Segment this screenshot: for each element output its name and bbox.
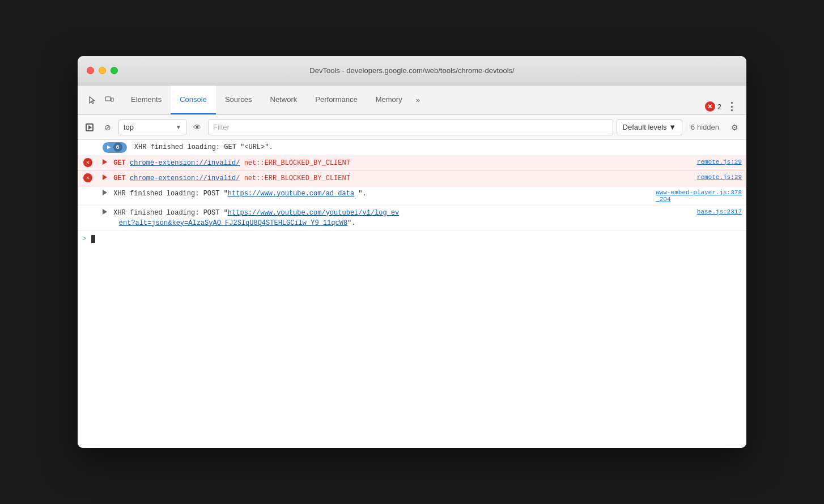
expand-icon[interactable] bbox=[103, 159, 107, 165]
url-link[interactable]: https://www.youtube.com/youtubei/v1/log_… bbox=[228, 209, 399, 217]
chevron-down-icon: ▼ bbox=[176, 124, 181, 130]
filter-input[interactable] bbox=[208, 119, 613, 135]
console-content: ▶ 6 XHR finished loading: GET "<URL>". ✕… bbox=[78, 140, 746, 448]
log-gutter: ✕ bbox=[78, 171, 98, 182]
log-gutter bbox=[78, 206, 98, 208]
play-icon bbox=[86, 123, 94, 131]
tab-performance[interactable]: Performance bbox=[306, 86, 366, 114]
more-tabs-button[interactable]: » bbox=[411, 86, 424, 114]
window-title: DevTools - developers.google.com/web/too… bbox=[309, 66, 514, 75]
traffic-lights bbox=[87, 67, 118, 74]
url-link[interactable]: chrome-extension://invalid/ bbox=[130, 174, 240, 182]
devtools-panel: Elements Console Sources Network Perform… bbox=[78, 86, 746, 448]
xhr-badge: ▶ 6 bbox=[103, 142, 127, 153]
tabs-bar: Elements Console Sources Network Perform… bbox=[78, 86, 746, 115]
svg-rect-0 bbox=[105, 97, 111, 101]
url-link[interactable]: https://www.youtube.com/ad_data bbox=[228, 190, 354, 198]
titlebar: DevTools - developers.google.com/web/too… bbox=[78, 56, 746, 86]
settings-button[interactable]: ⚙ bbox=[727, 120, 742, 135]
hidden-count: 6 hidden bbox=[686, 123, 724, 131]
log-entry-xhr-3: XHR finished loading: POST "https://www.… bbox=[78, 206, 746, 231]
log-source[interactable]: base.js:2317 bbox=[693, 206, 746, 217]
log-message: XHR finished loading: POST "https://www.… bbox=[98, 206, 693, 230]
log-message: ▶ 6 XHR finished loading: GET "<URL>". bbox=[98, 140, 746, 155]
log-levels-button[interactable]: Default levels ▼ bbox=[617, 119, 683, 135]
log-source[interactable]: www-embed-player.js:378 _204 bbox=[651, 186, 746, 205]
tab-console[interactable]: Console bbox=[171, 86, 216, 114]
error-icon: ✕ bbox=[705, 101, 715, 112]
expand-icon[interactable] bbox=[103, 174, 107, 180]
log-entry: ▶ 6 XHR finished loading: GET "<URL>". bbox=[78, 140, 746, 156]
eye-icon: 👁 bbox=[193, 123, 201, 132]
log-message: GET chrome-extension://invalid/ net::ERR… bbox=[98, 156, 693, 170]
error-x-icon: ✕ bbox=[83, 158, 92, 167]
device-toggle-button[interactable] bbox=[101, 92, 117, 108]
close-button[interactable] bbox=[87, 67, 94, 74]
tab-actions bbox=[80, 86, 122, 114]
console-prompt[interactable]: > bbox=[78, 231, 746, 247]
log-source[interactable]: remote.js:29 bbox=[693, 171, 746, 183]
log-gutter bbox=[78, 140, 98, 142]
expand-icon[interactable] bbox=[103, 209, 107, 215]
log-gutter bbox=[78, 186, 98, 189]
execute-script-button[interactable] bbox=[82, 120, 97, 135]
gear-icon: ⚙ bbox=[731, 123, 738, 132]
clear-console-button[interactable]: ⊘ bbox=[100, 120, 115, 135]
tab-memory[interactable]: Memory bbox=[367, 86, 411, 114]
log-gutter: ✕ bbox=[78, 156, 98, 167]
device-icon bbox=[105, 96, 114, 105]
svg-rect-1 bbox=[111, 98, 113, 101]
more-options-button[interactable]: ⋮ bbox=[724, 99, 740, 114]
tab-sources[interactable]: Sources bbox=[216, 86, 261, 114]
log-entry-xhr-2: XHR finished loading: POST "https://www.… bbox=[78, 186, 746, 206]
url-link[interactable]: chrome-extension://invalid/ bbox=[130, 159, 240, 167]
tab-elements[interactable]: Elements bbox=[122, 86, 171, 114]
log-entry-error-1: ✕ GET chrome-extension://invalid/ net::E… bbox=[78, 156, 746, 171]
cursor-icon bbox=[88, 96, 97, 105]
log-message: GET chrome-extension://invalid/ net::ERR… bbox=[98, 171, 693, 186]
log-source[interactable]: remote.js:29 bbox=[693, 156, 746, 168]
inspect-element-button[interactable] bbox=[84, 92, 100, 108]
error-x-icon: ✕ bbox=[83, 173, 92, 182]
cursor bbox=[91, 235, 95, 243]
context-selector[interactable]: top ▼ bbox=[118, 119, 186, 135]
console-toolbar: ⊘ top ▼ 👁 Default levels ▼ 6 hidden ⚙ bbox=[78, 115, 746, 140]
devtools-window: DevTools - developers.google.com/web/too… bbox=[78, 56, 746, 448]
eye-button[interactable]: 👁 bbox=[190, 120, 205, 135]
minimize-button[interactable] bbox=[99, 67, 106, 74]
expand-icon[interactable] bbox=[103, 190, 107, 195]
log-message: XHR finished loading: POST "https://www.… bbox=[98, 186, 651, 201]
log-entry-error-2: ✕ GET chrome-extension://invalid/ net::E… bbox=[78, 171, 746, 186]
prompt-arrow: > bbox=[82, 234, 87, 243]
error-badge[interactable]: ✕ 2 bbox=[705, 101, 721, 112]
tab-network[interactable]: Network bbox=[261, 86, 307, 114]
url-link-cont[interactable]: ent?alt=json&key=AIzaSyAO_FJ2SlqU8Q4STEH… bbox=[119, 219, 347, 227]
tab-right-actions: ✕ 2 ⋮ bbox=[705, 99, 744, 114]
no-entry-icon: ⊘ bbox=[104, 123, 111, 132]
maximize-button[interactable] bbox=[111, 67, 118, 74]
